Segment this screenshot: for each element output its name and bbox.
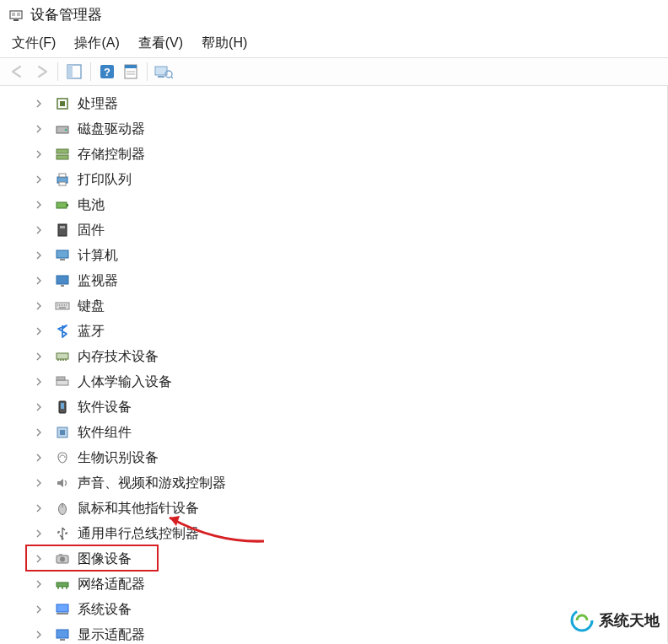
tree-item-sound[interactable]: 声音、视频和游戏控制器 — [17, 470, 667, 496]
titlebar: 设备管理器 — [0, 0, 668, 28]
chevron-right-icon[interactable] — [34, 377, 44, 387]
show-hide-tree-button[interactable] — [63, 61, 85, 83]
cpu-icon — [54, 95, 71, 112]
disk-icon — [54, 121, 71, 137]
chevron-right-icon[interactable] — [34, 250, 44, 260]
tree-item-battery[interactable]: 电池 — [17, 192, 667, 217]
chevron-right-icon[interactable] — [34, 427, 44, 437]
tree-item-keyboard[interactable]: 键盘 — [17, 293, 667, 319]
tree-item-bluetooth[interactable]: 蓝牙 — [17, 319, 667, 344]
tree-item-label: 电池 — [78, 196, 105, 214]
chevron-right-icon[interactable] — [34, 503, 44, 513]
tree-item-label: 打印队列 — [78, 171, 132, 189]
toolbar: ? — [0, 57, 668, 86]
tree-item-label: 计算机 — [78, 247, 118, 265]
menu-view[interactable]: 查看(V) — [138, 35, 183, 52]
tree-item-label: 网络适配器 — [78, 576, 145, 593]
svg-rect-18 — [59, 174, 66, 177]
chevron-right-icon[interactable] — [34, 149, 44, 159]
toolbar-separator — [90, 62, 91, 81]
sound-icon — [54, 475, 71, 491]
tree-item-label: 生物识别设备 — [78, 449, 159, 467]
svg-rect-30 — [57, 380, 68, 385]
svg-rect-9 — [158, 76, 164, 78]
tree-item-biometric[interactable]: 生物识别设备 — [17, 445, 667, 470]
menu-action[interactable]: 操作(A) — [74, 35, 119, 52]
memory-icon — [54, 348, 71, 365]
menu-help[interactable]: 帮助(H) — [202, 35, 247, 52]
chevron-right-icon[interactable] — [34, 225, 44, 235]
tree-item-softcomp[interactable]: 软件组件 — [17, 420, 667, 445]
watermark-icon — [570, 609, 594, 632]
tree-item-computer[interactable]: 计算机 — [17, 243, 667, 268]
chevron-right-icon[interactable] — [34, 529, 44, 539]
chevron-right-icon[interactable] — [34, 402, 44, 412]
chevron-right-icon[interactable] — [34, 124, 44, 134]
scan-hardware-button[interactable] — [153, 61, 175, 83]
menu-file[interactable]: 文件(F) — [12, 35, 56, 52]
tree-item-usb[interactable]: 通用串行总线控制器 — [17, 521, 667, 546]
svg-point-37 — [62, 538, 64, 540]
mouse-icon — [54, 500, 71, 517]
svg-rect-35 — [60, 430, 65, 435]
svg-rect-43 — [57, 613, 68, 614]
watermark-text: 系统天地 — [599, 610, 660, 631]
chevron-right-icon[interactable] — [34, 326, 44, 336]
tree-item-cpu[interactable]: 处理器 — [17, 91, 667, 116]
display-icon — [54, 626, 71, 643]
tree-item-label: 键盘 — [78, 298, 105, 315]
svg-rect-42 — [57, 604, 68, 612]
network-icon — [54, 576, 71, 593]
chevron-right-icon[interactable] — [34, 174, 44, 185]
help-button[interactable]: ? — [96, 61, 118, 83]
svg-rect-21 — [67, 204, 68, 207]
app-icon — [8, 8, 24, 23]
tree-item-hid[interactable]: 人体学输入设备 — [17, 369, 667, 394]
chevron-right-icon[interactable] — [34, 99, 44, 109]
chevron-right-icon[interactable] — [34, 453, 44, 463]
tree-item-mouse[interactable]: 鼠标和其他指针设备 — [17, 496, 667, 521]
properties-button[interactable] — [120, 61, 142, 83]
svg-point-46 — [572, 610, 592, 631]
chevron-right-icon[interactable] — [34, 276, 44, 286]
svg-rect-28 — [56, 303, 69, 309]
forward-button[interactable] — [30, 61, 52, 83]
tree-item-printer[interactable]: 打印队列 — [17, 167, 667, 192]
chevron-right-icon[interactable] — [34, 630, 44, 640]
svg-rect-7 — [125, 65, 137, 68]
tree-item-label: 显示适配器 — [78, 626, 145, 644]
tree-item-firmware[interactable]: 固件 — [17, 217, 667, 243]
chevron-right-icon[interactable] — [34, 301, 44, 311]
tree-item-label: 存储控制器 — [78, 146, 145, 164]
svg-text:?: ? — [104, 66, 110, 78]
svg-rect-16 — [57, 155, 68, 159]
svg-rect-26 — [57, 276, 68, 284]
chevron-right-icon[interactable] — [34, 554, 44, 564]
tree-item-disk[interactable]: 磁盘驱动器 — [17, 116, 667, 142]
tree-item-storage[interactable]: 存储控制器 — [17, 142, 667, 167]
menubar: 文件(F) 操作(A) 查看(V) 帮助(H) — [0, 28, 668, 57]
tree-item-label: 声音、视频和游戏控制器 — [78, 475, 226, 492]
chevron-right-icon[interactable] — [34, 579, 44, 589]
back-button[interactable] — [7, 61, 29, 83]
chevron-right-icon[interactable] — [34, 352, 44, 362]
tree-item-imaging[interactable]: 图像设备 — [17, 546, 667, 572]
tree-item-label: 鼠标和其他指针设备 — [78, 500, 199, 518]
chevron-right-icon[interactable] — [34, 478, 44, 488]
chevron-right-icon[interactable] — [34, 604, 44, 614]
tree-item-softdev[interactable]: 软件设备 — [17, 394, 667, 420]
softcomp-icon — [54, 424, 71, 441]
tree-item-memory[interactable]: 内存技术设备 — [17, 344, 667, 369]
device-tree[interactable]: 处理器磁盘驱动器存储控制器打印队列电池固件计算机监视器键盘蓝牙内存技术设备人体学… — [0, 86, 668, 642]
tree-item-label: 处理器 — [78, 95, 118, 113]
tree-item-label: 人体学输入设备 — [78, 373, 172, 391]
window-title: 设备管理器 — [30, 5, 102, 24]
svg-rect-45 — [60, 639, 65, 641]
chevron-right-icon[interactable] — [34, 200, 44, 210]
tree-item-monitor[interactable]: 监视器 — [17, 268, 667, 293]
hid-icon — [54, 373, 71, 390]
tree-item-label: 固件 — [78, 222, 105, 239]
svg-rect-20 — [57, 202, 67, 208]
svg-rect-19 — [59, 182, 66, 185]
tree-item-network[interactable]: 网络适配器 — [17, 572, 667, 597]
